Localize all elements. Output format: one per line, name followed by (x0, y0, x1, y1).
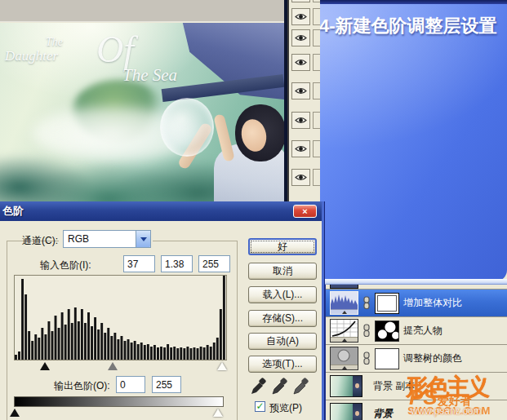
histogram-bar (121, 336, 123, 360)
channel-dropdown[interactable]: RGB (63, 230, 151, 248)
histogram-bar (28, 331, 30, 360)
input-gamma-field[interactable]: 1.38 (161, 255, 193, 272)
input-white-slider[interactable] (217, 362, 227, 370)
layer-name[interactable]: 提亮人物 (403, 324, 443, 338)
curves-adjustment-icon[interactable] (330, 319, 358, 343)
chevron-down-icon[interactable] (136, 231, 150, 247)
histogram-bar (134, 341, 136, 360)
histogram-bar (47, 321, 50, 360)
load-button[interactable]: 载入(L)... (248, 286, 317, 303)
output-black-slider[interactable] (10, 409, 20, 417)
eye-icon (295, 33, 307, 42)
dialog-titlebar[interactable]: 色阶 (0, 201, 322, 221)
histogram-bar (213, 343, 216, 360)
layer-mask-thumbnail[interactable] (375, 293, 399, 314)
layer-mask-thumbnail[interactable] (375, 321, 399, 342)
white-eyedropper-icon[interactable] (292, 378, 309, 396)
layer-name[interactable]: 调整树的颜色 (403, 351, 462, 365)
options-button[interactable]: 选项(T)... (248, 356, 317, 373)
histogram-bar (94, 317, 96, 360)
histogram-bar (203, 347, 206, 360)
histogram-bar (87, 312, 90, 360)
layer-link-cell (313, 54, 320, 71)
layer-visibility-toggle[interactable] (291, 8, 310, 25)
layer-row[interactable]: 调整树的颜色 (326, 345, 507, 373)
output-white-slider[interactable] (213, 409, 223, 417)
layer-row[interactable]: 背景 (326, 400, 507, 420)
layer-mask-thumbnail[interactable] (375, 348, 399, 369)
layer-link-cell (313, 29, 320, 46)
histogram-bar (110, 336, 113, 360)
histogram-bar (18, 351, 20, 360)
histogram-bar (170, 347, 172, 360)
layer-link-cell (313, 82, 320, 99)
artwork-title-line4: The Sea (122, 65, 177, 86)
layer-row[interactable]: 背景 副本 (326, 373, 507, 400)
eye-icon (295, 86, 307, 95)
thumb-slider-bar (331, 337, 358, 342)
auto-button[interactable]: 自动(A) (248, 333, 317, 350)
histogram-bar (124, 341, 127, 360)
huesat-adjustment-icon[interactable] (330, 347, 358, 370)
input-levels-label: 输入色阶(I): (40, 259, 91, 272)
histogram-bar (220, 309, 222, 360)
input-black-slider[interactable] (40, 362, 50, 370)
ok-button[interactable]: 好 (248, 238, 317, 255)
layer-name[interactable]: 背景 副本 (373, 379, 415, 393)
histogram-bar (176, 348, 179, 360)
artwork-title-line1: The (46, 36, 63, 49)
eyedropper-toolbar (250, 378, 318, 396)
histogram-bar (153, 345, 156, 360)
layer-visibility-toggle[interactable] (291, 54, 310, 71)
black-eyedropper-icon[interactable] (250, 378, 266, 396)
histogram-bar (38, 338, 40, 360)
histogram-bar (78, 321, 80, 360)
levels-adjustment-icon[interactable] (330, 291, 358, 315)
histogram-bar (180, 347, 182, 360)
histogram-bar (147, 344, 149, 360)
layer-row[interactable]: 增加整体对比 (326, 290, 507, 317)
panel-gap-strip (323, 279, 507, 285)
cancel-button[interactable]: 取消 (248, 263, 317, 280)
layer-visibility-toggle[interactable] (291, 169, 310, 186)
histogram-bar (210, 347, 212, 360)
histogram-bar (144, 345, 146, 360)
histogram-bar (81, 309, 83, 360)
layer-visibility-toggle[interactable] (291, 82, 310, 99)
levels-dialog: 色阶 × 通道(C): RGB 输入色阶(I): 37 1.38 255 输出色… (0, 201, 324, 420)
input-white-field[interactable]: 255 (198, 255, 230, 272)
preview-checkbox[interactable]: ✓ (255, 401, 265, 412)
histogram-bar (104, 333, 106, 360)
layer-visibility-toggle[interactable] (291, 0, 310, 2)
link-icon (362, 296, 371, 310)
save-button[interactable]: 存储(S)... (248, 310, 317, 327)
layer-visibility-toggle[interactable] (291, 140, 310, 157)
histogram-bar (186, 347, 189, 360)
layer-visibility-toggle[interactable] (291, 29, 310, 46)
layer-name[interactable]: 背景 (373, 407, 393, 420)
output-black-field[interactable]: 0 (116, 376, 145, 393)
histogram-bar (100, 323, 103, 360)
close-button[interactable]: × (293, 205, 317, 218)
histogram-bar (15, 355, 17, 360)
groupbox-line (153, 241, 237, 241)
layer-photo-thumbnail[interactable] (330, 403, 362, 420)
input-gamma-slider[interactable] (108, 362, 118, 370)
output-levels-label: 输出色阶(O): (54, 379, 110, 393)
layer-visibility-toggle[interactable] (291, 112, 310, 129)
histogram-bar (183, 348, 185, 360)
layer-row[interactable]: 提亮人物 (326, 317, 507, 345)
histogram-bar (74, 307, 77, 360)
layer-photo-thumbnail[interactable] (330, 375, 362, 397)
input-black-field[interactable]: 37 (123, 255, 155, 272)
layer-name[interactable]: 增加整体对比 (403, 296, 462, 310)
histogram-bar (91, 326, 93, 360)
histogram-bar (113, 333, 116, 360)
histogram-bar (58, 328, 60, 360)
gray-eyedropper-icon[interactable] (271, 378, 287, 396)
histogram-bar (197, 348, 199, 360)
canvas-right-edge (284, 0, 287, 201)
eye-icon (295, 144, 307, 153)
histogram-bar (61, 312, 64, 360)
output-white-field[interactable]: 255 (152, 376, 181, 393)
